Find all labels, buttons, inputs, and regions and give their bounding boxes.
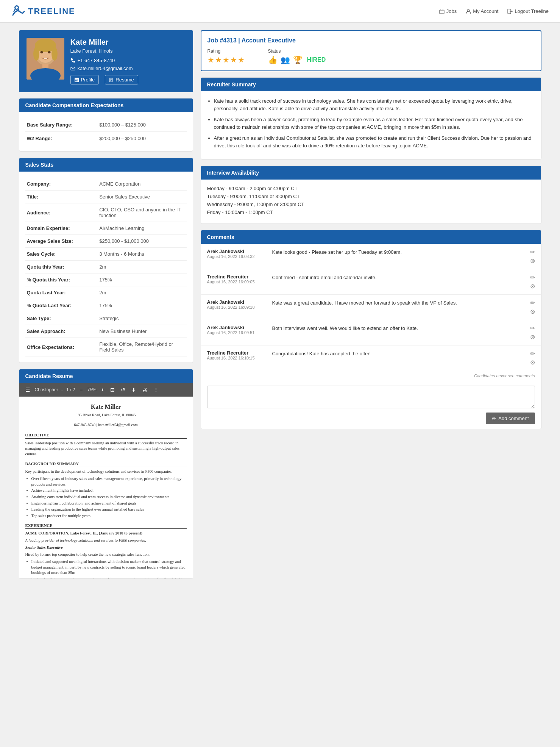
toolbar-more-btn[interactable]: ⋮ [152,386,160,394]
toolbar-zoom-out-btn[interactable]: − [78,386,84,394]
comment-item: Arek Jankowski August 16, 2022 16:09:18 … [201,295,541,320]
job-card: Job #4313 | Account Executive Rating ★★★… [201,30,541,71]
resume-bg-item: Engendering trust, collaboration, and ac… [31,501,187,506]
stat-label: Average Sales Size: [25,235,98,248]
comment-delete-button[interactable]: ⊗ [530,359,535,366]
stat-value: ACME Corporation [98,178,186,191]
status-icon-2: 👥 [281,55,290,64]
comments-header: Comments [201,230,541,244]
comp-label: W2 Range: [25,132,98,145]
comment-delete-button[interactable]: ⊗ [530,257,535,264]
profile-name: Kate Miller [70,38,186,47]
resume-background-title: BACKGROUND SUMMARY [25,461,187,467]
resume-job-bullets: Initiated and supported meaningful inter… [31,559,187,578]
profile-links: in Profile Resume [70,75,186,84]
compensation-table: Base Salary Range:$100,000 – $125,000W2 … [25,118,187,145]
nav-account[interactable]: My Account [466,8,498,14]
nav-jobs[interactable]: Jobs [439,8,457,14]
status-icon-3: 🏆 [293,55,303,64]
account-icon [466,9,471,14]
svg-point-13 [51,47,58,61]
comp-row: Base Salary Range:$100,000 – $125,000 [25,118,187,132]
comment-meta: Treeline Recruiter August 16, 2022 16:10… [207,350,268,360]
stat-label: Audience: [25,203,98,222]
toolbar-zoom-level: 75% [87,387,96,392]
add-comment-button[interactable]: ⊕ Add comment [486,413,535,424]
comment-edit-button[interactable]: ✏ [530,274,535,281]
comment-delete-button[interactable]: ⊗ [530,283,535,290]
comment-date: August 16, 2022 16:09:18 [207,305,268,309]
svg-rect-4 [440,10,444,14]
comment-date: August 16, 2022 16:10:15 [207,356,268,360]
avatar [27,38,64,80]
stats-row: Quota this Year:2m [25,261,187,273]
profile-info: Kate Miller Lake Forest, Illinois +1 647… [70,38,186,84]
toolbar-fit-btn[interactable]: ⊡ [109,386,116,394]
comment-edit-button[interactable]: ✏ [530,350,535,357]
svg-text:in: in [75,78,78,82]
toolbar-print-btn[interactable]: 🖨 [140,386,149,394]
resume-jobs: ACME CORPORATION, Lake Forest, IL, (Janu… [25,531,187,578]
jobs-icon [439,9,445,14]
toolbar-menu-btn[interactable]: ☰ [24,386,32,394]
profile-link-button[interactable]: in Profile [70,75,99,84]
toolbar-download-btn[interactable]: ⬇ [130,386,137,394]
stats-table: Company:ACME CorporationTitle:Senior Sal… [25,178,187,356]
resume-link-button[interactable]: Resume [105,75,138,84]
logout-icon [507,9,513,14]
stats-row: Office Expectations:Flexible, Office, Re… [25,338,187,356]
comment-delete-button[interactable]: ⊗ [530,308,535,315]
comments-list: Arek Jankowski August 16, 2022 16:08:32 … [201,244,541,370]
sales-stats-body: Company:ACME CorporationTitle:Senior Sal… [19,172,193,363]
recruiter-bullet: After a great run as an Individual Contr… [214,134,535,149]
stat-value: CIO, CTO, CSO and anyone in the IT funct… [98,203,186,222]
comp-label: Base Salary Range: [25,118,98,132]
comment-delete-button[interactable]: ⊗ [530,333,535,341]
comment-item: Arek Jankowski August 16, 2022 16:09:51 … [201,320,541,345]
comment-text: Both interviews went well. We would like… [272,325,526,332]
stat-label: Domain Expertise: [25,222,98,235]
comment-edit-button[interactable]: ✏ [530,325,535,332]
stat-value: 2m [98,286,186,299]
profile-photo [27,38,64,80]
comment-meta: Treeline Recruiter August 16, 2022 16:09… [207,274,268,284]
toolbar-filename: Christopher ... [35,387,63,392]
toolbar-rotate-btn[interactable]: ↺ [119,386,127,394]
rating-stars: ★★★★★ [207,55,245,64]
interview-slot: Wednesday - 9:00am, 1:00pm or 3:00pm CT [207,202,535,207]
recruiter-bullets: Kate has a solid track record of success… [214,97,535,149]
comment-author: Treeline Recruiter [207,350,268,356]
resume-experience-title: EXPERIENCE [25,523,187,529]
stat-value: AI/Machine Learning [98,222,186,235]
interview-card: Interview Availability Monday - 9:00am -… [201,166,541,224]
nav-logout[interactable]: Logout Treeline [507,8,549,14]
stat-label: % Quota Last Year: [25,299,98,312]
resume-header: Candidate Resume [19,369,193,383]
resume-objective-title: OBJECTIVE [25,432,187,438]
resume-name: Kate Miller [25,403,187,411]
interview-slot: Tuesday - 9:00am, 11:00am or 3:00pm CT [207,194,535,199]
comment-textarea[interactable] [207,386,535,408]
comment-edit-button[interactable]: ✏ [530,248,535,256]
stats-row: Sales Cycle:3 Months - 6 Months [25,248,187,261]
resume-content[interactable]: Kate Miller 195 River Road, Lake Forest,… [19,397,193,578]
stat-value: Strategic [98,312,186,325]
stat-value: 3 Months - 6 Months [98,248,186,261]
resume-job-title: Senior Sales Executive [25,545,187,551]
interview-slot: Friday - 10:00am - 1:00pm CT [207,209,535,215]
stat-label: Title: [25,191,98,203]
left-column: Kate Miller Lake Forest, Illinois +1 647… [19,30,193,579]
comment-item: Treeline Recruiter August 16, 2022 16:09… [201,269,541,295]
comp-value: $100,000 – $125,000 [98,118,186,132]
toolbar-zoom-in-btn[interactable]: + [99,386,105,394]
logo-text: TREELINE [28,6,75,16]
job-meta: Rating ★★★★★ Status 👍 👥 🏆 HIRED [207,48,535,64]
stats-row: % Quota this Year:175% [25,273,187,286]
svg-point-15 [48,51,50,53]
sales-stats-header: Sales Stats [19,158,193,172]
recruiter-bullet: Kate has a solid track record of success… [214,97,535,112]
comment-author: Treeline Recruiter [207,274,268,280]
resume-doc-icon [109,78,114,82]
logo: TREELINE [11,5,75,18]
comment-edit-button[interactable]: ✏ [530,299,535,306]
